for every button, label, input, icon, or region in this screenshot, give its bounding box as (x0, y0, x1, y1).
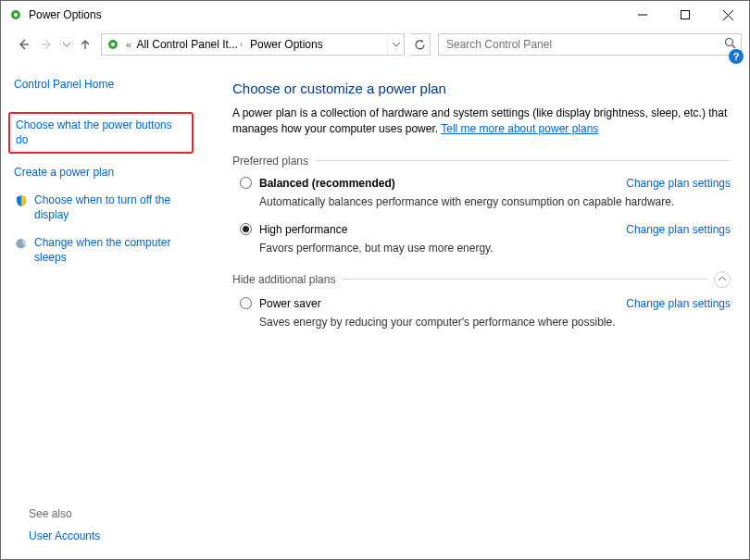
plan-desc: Automatically balances performance with … (259, 195, 731, 208)
turn-off-display-link[interactable]: Choose when to turn off the display (34, 193, 192, 222)
svg-point-9 (111, 43, 115, 46)
help-icon[interactable]: ? (729, 49, 744, 64)
forward-button[interactable] (38, 35, 56, 54)
page-title: Choose or customize a power plan (232, 81, 731, 96)
breadcrumb-seg-label: All Control Panel It... (137, 38, 238, 51)
change-plan-settings-link[interactable]: Change plan settings (626, 177, 731, 190)
plan-high-performance: High performance Change plan settings Fa… (240, 223, 731, 255)
svg-point-10 (726, 39, 733, 46)
radio-power-saver[interactable] (240, 297, 252, 309)
address-bar[interactable]: « All Control Panel It... › Power Option… (101, 33, 405, 56)
shield-icon (14, 193, 29, 208)
main-content: ? Choose or customize a power plan A pow… (205, 60, 749, 559)
maximize-button[interactable] (664, 1, 706, 29)
window-title: Power Options (29, 8, 102, 21)
titlebar: Power Options (1, 1, 749, 29)
search-input[interactable] (439, 34, 741, 55)
moon-icon (14, 236, 29, 251)
see-also-label: See also (29, 507, 72, 520)
additional-plans-section: Hide additional plans Power saver Change… (232, 271, 731, 329)
choose-power-buttons-link[interactable]: Choose what the power buttons do (8, 112, 194, 153)
section-label: Preferred plans (232, 155, 308, 168)
svg-point-1 (14, 13, 18, 17)
back-button[interactable] (14, 35, 32, 54)
chevron-right-icon: › (240, 40, 243, 49)
breadcrumb-segment[interactable]: All Control Panel It... › (133, 34, 246, 55)
svg-line-11 (732, 45, 736, 49)
collapse-icon[interactable] (714, 271, 731, 288)
plan-name[interactable]: High performance (259, 223, 347, 236)
sidebar: Control Panel Home Choose what the power… (1, 60, 205, 559)
power-options-icon (104, 35, 122, 54)
address-dropdown[interactable] (387, 34, 404, 55)
plan-name[interactable]: Power saver (259, 297, 321, 310)
plan-power-saver: Power saver Change plan settings Saves e… (240, 297, 731, 329)
change-plan-settings-link[interactable]: Change plan settings (626, 223, 731, 236)
breadcrumb-sep-icon: « (126, 40, 131, 50)
plan-desc: Saves energy by reducing your computer's… (259, 316, 731, 329)
navbar: « All Control Panel It... › Power Option… (1, 29, 749, 60)
plan-balanced: Balanced (recommended) Change plan setti… (240, 177, 731, 208)
control-panel-home-link[interactable]: Control Panel Home (14, 77, 192, 92)
plan-name[interactable]: Balanced (recommended) (259, 177, 395, 190)
radio-high-performance[interactable] (240, 223, 252, 235)
user-accounts-link[interactable]: User Accounts (29, 529, 100, 542)
refresh-button[interactable] (410, 33, 431, 56)
section-label: Hide additional plans (232, 273, 335, 286)
tell-me-more-link[interactable]: Tell me more about power plans (441, 122, 598, 135)
breadcrumb-segment[interactable]: Power Options (246, 34, 327, 55)
radio-balanced[interactable] (240, 177, 252, 189)
up-button[interactable] (77, 36, 94, 53)
page-description: A power plan is a collection of hardware… (232, 106, 731, 138)
computer-sleeps-link[interactable]: Change when the computer sleeps (34, 235, 192, 265)
plan-desc: Favors performance, but may use more ene… (259, 242, 731, 255)
close-button[interactable] (706, 1, 749, 29)
search-box[interactable] (438, 33, 742, 56)
minimize-button[interactable] (621, 1, 664, 29)
preferred-plans-section: Preferred plans Balanced (recommended) C… (232, 155, 731, 255)
recent-dropdown[interactable] (62, 43, 71, 47)
create-power-plan-link[interactable]: Create a power plan (14, 165, 192, 180)
svg-rect-3 (681, 11, 690, 19)
power-options-icon (8, 7, 23, 22)
change-plan-settings-link[interactable]: Change plan settings (626, 297, 731, 310)
breadcrumb-seg-label: Power Options (250, 38, 323, 51)
